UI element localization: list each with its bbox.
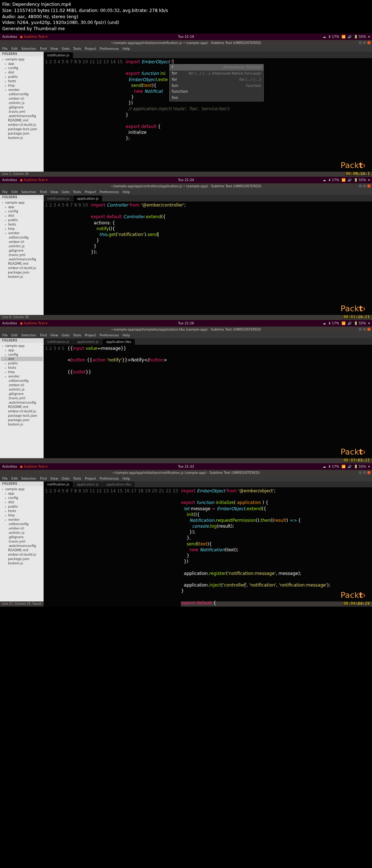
tree-item[interactable]: tests bbox=[1, 509, 43, 513]
tree-item[interactable]: README.md bbox=[1, 405, 43, 409]
menu-item[interactable]: Help bbox=[122, 477, 130, 480]
tree-item[interactable]: .travis.yml bbox=[1, 396, 43, 400]
minimize-button[interactable] bbox=[359, 328, 362, 331]
tree-item[interactable]: .gitignore bbox=[1, 248, 43, 253]
menu-item[interactable]: Find bbox=[40, 477, 46, 480]
tree-item[interactable]: testem.js bbox=[1, 561, 43, 565]
network-icon[interactable]: 📶 bbox=[341, 321, 345, 325]
tree-item[interactable]: .travis.yml bbox=[1, 539, 43, 544]
tree-item[interactable]: testem.js bbox=[1, 275, 43, 279]
tree-item[interactable]: dist bbox=[1, 357, 43, 361]
tree-item[interactable]: README.md bbox=[1, 261, 43, 266]
menu-item[interactable]: Find bbox=[40, 47, 46, 51]
menu-item[interactable]: Tools bbox=[73, 333, 81, 337]
tree-item[interactable]: .eslintrc.js bbox=[1, 531, 43, 535]
tree-item[interactable]: tests bbox=[1, 222, 43, 227]
menu-item[interactable]: Help bbox=[122, 190, 130, 194]
window-titlebar[interactable]: ~/sample-app/app/initializers/notificati… bbox=[0, 470, 372, 476]
tree-item[interactable]: app bbox=[1, 61, 43, 66]
battery-icon[interactable]: 🔋 55% bbox=[354, 465, 366, 468]
menu-item[interactable]: Project bbox=[85, 333, 96, 337]
close-button[interactable] bbox=[367, 41, 371, 44]
tree-item[interactable]: README.md bbox=[1, 548, 43, 552]
window-titlebar[interactable]: ~/sample-app/app/templates/application.h… bbox=[0, 327, 372, 332]
system-tray[interactable]: ☁ ⬇ 17% 📶 🔊 🔋 55% ▾ bbox=[323, 321, 370, 325]
tree-item[interactable]: tmp bbox=[1, 83, 43, 88]
tree-item[interactable]: .editorconfig bbox=[1, 235, 43, 240]
chevron-down-icon[interactable]: ▾ bbox=[368, 35, 370, 39]
menu-item[interactable]: Edit bbox=[11, 47, 17, 51]
activities-button[interactable]: Activities bbox=[2, 178, 17, 182]
app-indicator[interactable]: ● Sublime Text ▾ bbox=[20, 465, 48, 468]
menu-item[interactable]: Project bbox=[85, 190, 96, 194]
editor-tab[interactable]: application.js bbox=[73, 339, 102, 345]
menu-item[interactable]: Preferences bbox=[100, 333, 119, 337]
minimize-button[interactable] bbox=[359, 41, 362, 44]
menu-item[interactable]: Tools bbox=[73, 47, 81, 51]
code-body[interactable]: import Controller from '@ember/controlle… bbox=[91, 202, 372, 315]
tree-item[interactable]: .eslintrc.js bbox=[1, 387, 43, 392]
activities-button[interactable]: Activities bbox=[2, 465, 17, 468]
autocomplete-popup[interactable]: fAnonymous Functionforfor (…) {…} (Impro… bbox=[169, 64, 264, 101]
menu-item[interactable]: Goto bbox=[62, 47, 70, 51]
activities-button[interactable]: Activities bbox=[2, 321, 17, 325]
tree-item[interactable]: .eslintrc.js bbox=[1, 244, 43, 248]
minimize-button[interactable] bbox=[359, 471, 362, 474]
minimize-button[interactable] bbox=[359, 184, 362, 188]
tree-item[interactable]: public bbox=[1, 75, 43, 79]
maximize-button[interactable] bbox=[363, 471, 366, 474]
menu-item[interactable]: Goto bbox=[62, 333, 70, 337]
code-body[interactable]: import EmberObject f export function ini… bbox=[126, 59, 372, 172]
tree-item[interactable]: app bbox=[1, 491, 43, 496]
tree-item[interactable]: ember-cli-build.js bbox=[1, 266, 43, 270]
tree-item[interactable]: .watchmanconfig bbox=[1, 257, 43, 261]
menu-item[interactable]: View bbox=[50, 190, 58, 194]
menu-item[interactable]: View bbox=[50, 333, 58, 337]
tree-item[interactable]: .gitignore bbox=[1, 105, 43, 109]
tree-item[interactable]: .ember-cli bbox=[1, 526, 43, 531]
app-indicator[interactable]: ● Sublime Text ▾ bbox=[20, 35, 48, 39]
tree-item[interactable]: vendor bbox=[1, 374, 43, 379]
autocomplete-item[interactable]: forfor (…) {…} bbox=[170, 77, 263, 83]
window-titlebar[interactable]: ~/sample-app/app/initializers/notificati… bbox=[0, 40, 372, 46]
tree-item[interactable]: package.json bbox=[1, 418, 43, 422]
tray-icon[interactable]: ☁ bbox=[323, 35, 326, 39]
tree-item[interactable]: public bbox=[1, 504, 43, 509]
tree-item[interactable]: tmp bbox=[1, 513, 43, 517]
close-button[interactable] bbox=[367, 471, 371, 474]
menu-item[interactable]: Help bbox=[122, 47, 130, 51]
tree-item[interactable]: package.json bbox=[1, 557, 43, 561]
tray-icon[interactable]: ⬇ 17% bbox=[328, 178, 339, 182]
network-icon[interactable]: 📶 bbox=[341, 178, 345, 182]
tree-item[interactable]: .travis.yml bbox=[1, 109, 43, 114]
tree-item[interactable]: .watchmanconfig bbox=[1, 114, 43, 118]
menu-item[interactable]: Find bbox=[40, 190, 46, 194]
autocomplete-item[interactable]: funFunction bbox=[170, 83, 263, 89]
menu-item[interactable]: View bbox=[50, 477, 58, 480]
tree-item[interactable]: .gitignore bbox=[1, 535, 43, 539]
maximize-button[interactable] bbox=[363, 328, 366, 331]
battery-icon[interactable]: 🔋 55% bbox=[354, 35, 366, 39]
tray-icon[interactable]: ⬇ 17% bbox=[328, 321, 339, 325]
editor-tab[interactable]: notification.js bbox=[44, 339, 73, 345]
menu-item[interactable]: File bbox=[2, 190, 8, 194]
volume-icon[interactable]: 🔊 bbox=[348, 465, 352, 468]
menu-item[interactable]: Tools bbox=[73, 477, 81, 480]
tree-item[interactable]: vendor bbox=[1, 517, 43, 522]
tree-item[interactable]: package.json bbox=[1, 131, 43, 136]
tree-item[interactable]: .ember-cli bbox=[1, 96, 43, 101]
menu-item[interactable]: Preferences bbox=[100, 477, 119, 480]
tree-item[interactable]: package-lock.json bbox=[1, 127, 43, 131]
volume-icon[interactable]: 🔊 bbox=[348, 35, 352, 39]
tree-item[interactable]: .travis.yml bbox=[1, 253, 43, 257]
menu-item[interactable]: Edit bbox=[11, 190, 17, 194]
tree-item[interactable]: .eslintrc.js bbox=[1, 101, 43, 105]
editor-tab[interactable]: notification.js bbox=[44, 481, 73, 487]
chevron-down-icon[interactable]: ▾ bbox=[368, 321, 370, 325]
tree-item[interactable]: config bbox=[1, 209, 43, 213]
tree-item[interactable]: .editorconfig bbox=[1, 522, 43, 526]
menu-item[interactable]: Selection bbox=[21, 47, 36, 51]
code-body[interactable]: import EmberObject from '@ember/object';… bbox=[181, 488, 372, 607]
menu-item[interactable]: Selection bbox=[21, 477, 36, 480]
tree-item[interactable]: package-lock.json bbox=[1, 413, 43, 418]
